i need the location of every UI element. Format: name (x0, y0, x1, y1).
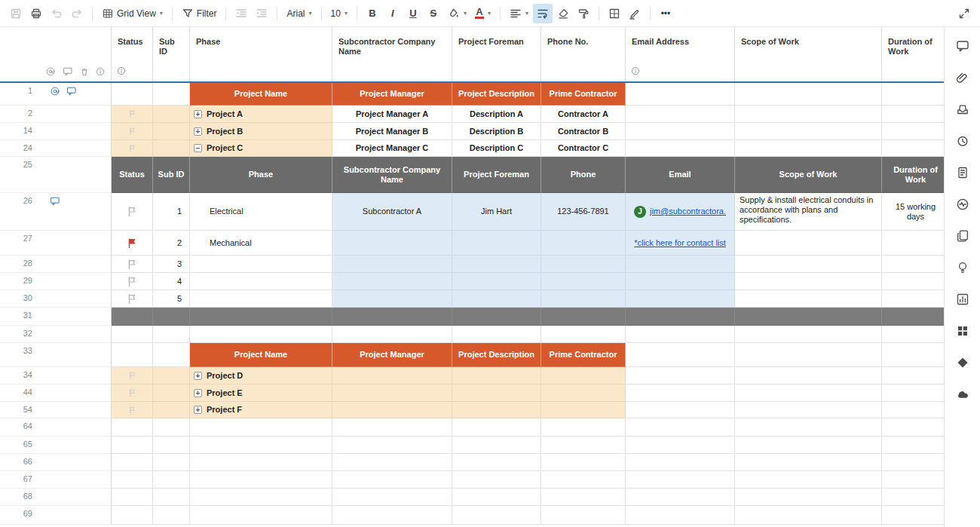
cell-subid-r32[interactable] (153, 326, 190, 343)
view-selector[interactable]: Grid View ▾ (98, 4, 167, 23)
row-number[interactable]: 33 (0, 346, 38, 355)
cell-scope-r14[interactable] (735, 123, 882, 140)
cell-phone-r33[interactable]: Prime Contractor (541, 343, 626, 367)
underline-button[interactable]: U (403, 4, 423, 23)
cell-phone-r24[interactable]: Contractor C (541, 140, 626, 157)
cell-phase-r34[interactable]: +Project D (190, 367, 332, 385)
cell-subco-r14[interactable]: Project Manager B (332, 123, 452, 140)
cell-scope-r28[interactable] (735, 256, 882, 273)
cell-phone-r32[interactable] (541, 326, 626, 343)
cell-phone-r28[interactable] (541, 256, 626, 273)
cell-email-r65[interactable] (626, 437, 735, 454)
cell-subid-r66[interactable] (153, 454, 190, 471)
cell-subid-r27[interactable]: 2 (153, 231, 190, 256)
more-options-button[interactable]: ••• (656, 4, 675, 23)
cell-duration-r69[interactable] (882, 506, 944, 525)
cell-scope-r2[interactable] (735, 106, 882, 123)
cell-phase-r65[interactable] (190, 437, 332, 454)
cell-subco-r30[interactable] (332, 290, 452, 308)
strikethrough-button[interactable]: S (424, 4, 443, 23)
cell-email-r26[interactable]: Jjim@subcontractora. (626, 193, 735, 231)
cell-duration-r31[interactable] (882, 308, 944, 326)
row-number[interactable]: 14 (0, 126, 38, 135)
cloud-icon[interactable] (953, 385, 972, 404)
cell-duration-r67[interactable] (882, 471, 944, 489)
cell-foreman-r29[interactable] (452, 273, 541, 290)
cell-status-r68[interactable] (112, 489, 153, 506)
cell-phase-r69[interactable] (190, 506, 332, 525)
cell-status-r30[interactable] (112, 290, 153, 308)
expand-toggle-icon[interactable]: + (194, 372, 202, 380)
clear-format-button[interactable] (553, 4, 573, 23)
cell-status-r54[interactable] (112, 402, 153, 418)
cell-phone-r64[interactable] (541, 418, 626, 437)
cell-scope-r33[interactable] (735, 343, 882, 367)
cell-status-r44[interactable] (112, 385, 153, 402)
cell-subco-r65[interactable] (332, 437, 452, 454)
cell-email-r32[interactable] (626, 326, 735, 343)
cell-subid-r1[interactable] (153, 83, 190, 106)
row-number[interactable]: 32 (0, 329, 38, 338)
cell-duration-r34[interactable] (882, 367, 944, 385)
column-header-status[interactable]: Status (112, 27, 153, 81)
cell-status-r28[interactable] (112, 256, 153, 273)
cell-duration-r54[interactable] (882, 402, 944, 418)
collapse-toolbar-button[interactable] (954, 4, 974, 23)
row-number[interactable]: 31 (0, 311, 38, 320)
cell-foreman-r33[interactable]: Project Description (452, 343, 541, 367)
cell-duration-r26[interactable]: 15 working days (882, 193, 944, 231)
cell-email-r25[interactable]: Email (626, 157, 735, 193)
cell-email-r34[interactable] (626, 367, 735, 385)
row-number[interactable]: 54 (0, 405, 38, 414)
cell-subco-r34[interactable] (332, 367, 452, 385)
cell-subco-r29[interactable] (332, 273, 452, 290)
cell-phase-r27[interactable]: Mechanical (190, 231, 332, 256)
shapes-icon[interactable] (953, 353, 972, 372)
row-number[interactable]: 68 (0, 492, 38, 501)
cell-scope-r1[interactable] (735, 83, 882, 106)
cell-status-r27[interactable] (112, 231, 153, 256)
filter-button[interactable]: Filter (178, 4, 221, 23)
cell-email-r66[interactable] (626, 454, 735, 471)
cell-foreman-r1[interactable]: Project Description (452, 83, 541, 106)
cell-phase-r28[interactable] (190, 256, 332, 273)
cell-foreman-r69[interactable] (452, 506, 541, 525)
cell-subid-r65[interactable] (153, 437, 190, 454)
cell-phase-r26[interactable]: Electrical (190, 193, 332, 231)
row-number[interactable]: 28 (0, 259, 38, 268)
cell-subid-r44[interactable] (153, 385, 190, 402)
cell-foreman-r64[interactable] (452, 418, 541, 437)
text-color-button[interactable]: A ▾ (471, 4, 495, 23)
cell-phase-r14[interactable]: +Project B (190, 123, 332, 140)
cell-phase-r1[interactable]: Project Name (190, 83, 332, 106)
cell-status-r29[interactable] (112, 273, 153, 290)
cell-phone-r25[interactable]: Phone (541, 157, 626, 193)
cell-subco-r2[interactable]: Project Manager A (332, 106, 452, 123)
inbox-icon[interactable] (953, 100, 972, 119)
align-button[interactable]: ▾ (506, 4, 532, 23)
cell-status-r34[interactable] (112, 367, 153, 385)
cell-email-r69[interactable] (626, 506, 735, 525)
cell-status-r33[interactable] (112, 343, 153, 367)
cell-subid-r14[interactable] (153, 123, 190, 140)
cell-subid-r2[interactable] (153, 106, 190, 123)
cell-duration-r65[interactable] (882, 437, 944, 454)
cell-phone-r30[interactable] (541, 290, 626, 308)
cell-status-r14[interactable] (112, 123, 153, 140)
cell-subco-r25[interactable]: Subcontractor Company Name (332, 157, 452, 193)
cell-foreman-r54[interactable] (452, 402, 541, 418)
cell-scope-r54[interactable] (735, 402, 882, 418)
cell-subco-r44[interactable] (332, 385, 452, 402)
row-number[interactable]: 26 (0, 196, 38, 205)
cell-email-r27[interactable]: *click here for contact list (626, 231, 735, 256)
cell-subid-r69[interactable] (153, 506, 190, 525)
cell-phase-r24[interactable]: −Project C (190, 140, 332, 157)
cell-scope-r67[interactable] (735, 471, 882, 489)
cell-scope-r32[interactable] (735, 326, 882, 343)
cell-duration-r30[interactable] (882, 290, 944, 308)
cell-status-r66[interactable] (112, 454, 153, 471)
cell-phase-r25[interactable]: Phase (190, 157, 332, 193)
row-number[interactable]: 24 (0, 143, 38, 152)
comment-icon[interactable] (66, 86, 77, 97)
cell-email-r14[interactable] (626, 123, 735, 140)
